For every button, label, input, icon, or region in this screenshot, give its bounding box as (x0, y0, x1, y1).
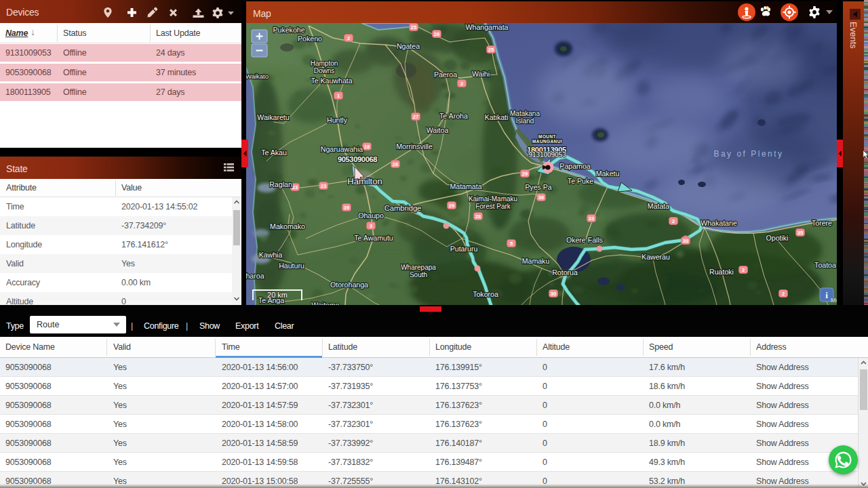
svg-text:26: 26 (393, 161, 398, 167)
svg-text:Waihi: Waihi (472, 70, 490, 78)
svg-text:Cambridge: Cambridge (384, 204, 422, 212)
svg-text:Kaimai-Mamaku: Kaimai-Mamaku (469, 195, 517, 203)
svg-text:Te Akau: Te Akau (261, 148, 287, 157)
svg-text:Torere: Torere (812, 219, 832, 227)
svg-text:Papamoa: Papamoa (559, 162, 590, 170)
svg-text:36: 36 (538, 195, 544, 201)
svg-text:Morrinsville: Morrinsville (396, 142, 433, 150)
svg-text:Hauturu: Hauturu (279, 262, 304, 270)
svg-text:Bay of Plenty: Bay of Plenty (713, 149, 783, 159)
svg-text:Wharepapa: Wharepapa (401, 264, 436, 271)
svg-text:Toatoa: Toatoa (814, 261, 836, 269)
svg-text:Te Aroha: Te Aroha (439, 112, 468, 120)
svg-text:Mo: Mo (831, 297, 837, 304)
svg-text:Matakana: Matakana (510, 110, 540, 117)
svg-text:Waitoa: Waitoa (427, 126, 449, 134)
svg-text:Paeroa: Paeroa (434, 70, 457, 79)
svg-text:2: 2 (347, 35, 350, 41)
svg-text:5: 5 (510, 241, 513, 247)
svg-text:i: i (825, 290, 828, 300)
svg-text:25: 25 (488, 47, 494, 53)
svg-text:Hampton: Hampton (311, 60, 338, 67)
svg-text:23: 23 (321, 183, 326, 189)
svg-text:MAUNGANUI: MAUNGANUI (532, 139, 562, 144)
svg-text:haroa: haroa (246, 272, 264, 280)
svg-text:28: 28 (475, 214, 481, 220)
svg-text:Pyes Pa: Pyes Pa (525, 183, 552, 191)
svg-text:Opotiki: Opotiki (766, 234, 789, 242)
svg-text:2: 2 (460, 81, 463, 87)
svg-text:Kawhia: Kawhia (259, 251, 283, 259)
svg-text:Matamata: Matamata (450, 182, 481, 190)
svg-text:Tokoroa: Tokoroa (473, 290, 498, 298)
svg-text:30: 30 (683, 238, 688, 244)
svg-text:Downs: Downs (314, 67, 335, 75)
svg-text:35: 35 (797, 230, 803, 236)
svg-text:9053090068: 9053090068 (338, 155, 377, 163)
svg-text:Waikato: Waikato (246, 73, 269, 80)
svg-text:Forest Park: Forest Park (475, 203, 511, 210)
svg-text:Pukekohe: Pukekohe (273, 26, 304, 34)
svg-text:18: 18 (364, 144, 370, 150)
svg-text:Whakatane: Whakatane (701, 219, 737, 227)
svg-text:29: 29 (522, 171, 528, 177)
svg-text:9131009053: 9131009053 (528, 150, 566, 159)
svg-text:Maketu: Maketu (596, 169, 620, 178)
svg-text:20 km: 20 km (267, 291, 288, 299)
svg-text:30: 30 (551, 291, 556, 297)
svg-text:South: South (410, 271, 427, 279)
svg-text:Putaruru: Putaruru (450, 245, 478, 253)
svg-text:27: 27 (413, 114, 418, 120)
svg-text:MOUNT: MOUNT (538, 134, 556, 139)
svg-text:2: 2 (742, 267, 745, 273)
svg-text:Okere Falls: Okere Falls (566, 236, 603, 244)
svg-text:Kawerau: Kawerau (642, 253, 670, 261)
svg-text:1: 1 (337, 93, 340, 99)
svg-text:Te Kauwhata: Te Kauwhata (311, 77, 352, 85)
svg-text:Island: Island (516, 117, 534, 125)
svg-text:Raglan: Raglan (269, 180, 292, 188)
svg-text:Te Puke: Te Puke (568, 177, 593, 185)
svg-text:23: 23 (292, 184, 298, 190)
svg-text:Rotorua: Rotorua (552, 268, 578, 277)
svg-text:39: 39 (344, 205, 349, 211)
svg-text:33: 33 (589, 216, 594, 222)
svg-text:Pokeno: Pokeno (298, 35, 322, 43)
svg-text:Matata: Matata (648, 202, 669, 210)
svg-text:Mamaku: Mamaku (522, 257, 550, 265)
svg-text:Huntly: Huntly (327, 116, 348, 124)
svg-text:26: 26 (434, 31, 439, 37)
svg-text:Hamilton: Hamilton (347, 176, 382, 186)
svg-text:Ruatoki: Ruatoki (709, 268, 734, 276)
svg-text:Makomako: Makomako (270, 222, 305, 230)
svg-text:Whangamata: Whangamata (465, 23, 508, 31)
svg-text:Otorohanga: Otorohanga (330, 281, 368, 289)
svg-text:Ngaruawahia: Ngaruawahia (321, 145, 363, 153)
svg-text:29: 29 (449, 203, 454, 209)
svg-text:Ngatea: Ngatea (397, 42, 420, 50)
svg-text:Waikaretu: Waikaretu (257, 113, 289, 121)
svg-text:Ohaupo: Ohaupo (358, 211, 384, 220)
svg-text:3: 3 (370, 223, 372, 229)
svg-text:2: 2 (782, 291, 785, 297)
svg-text:25: 25 (411, 24, 416, 30)
svg-text:Te Awamutu: Te Awamutu (354, 234, 393, 242)
svg-text:Katikati: Katikati (485, 113, 509, 121)
svg-text:2: 2 (672, 218, 675, 224)
